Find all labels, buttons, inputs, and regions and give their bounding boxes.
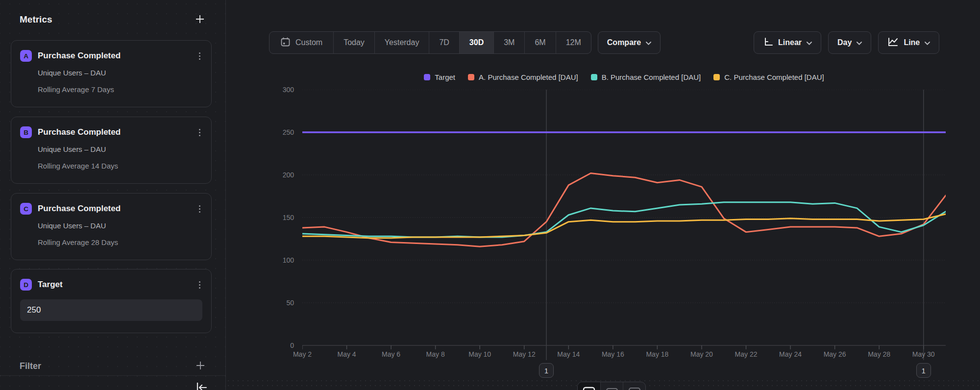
metric-card-c[interactable]: CPurchase CompletedUnique Users – DAURol… — [11, 193, 212, 260]
scale-label: Linear — [778, 38, 802, 47]
chart-size-small-button[interactable] — [623, 382, 645, 390]
x-axis-label: May 30 — [902, 350, 946, 359]
date-tab-3m[interactable]: 3M — [493, 32, 524, 53]
granularity-label: Day — [837, 38, 852, 47]
legend-label: Target — [435, 73, 455, 81]
chevron-down-icon — [807, 38, 812, 47]
legend-color-chip — [713, 74, 720, 80]
target-card-title: Target — [38, 280, 197, 290]
kebab-menu-icon[interactable] — [197, 279, 202, 291]
line-chart-icon — [887, 37, 899, 49]
kebab-menu-icon[interactable] — [197, 127, 202, 138]
annotation-badge[interactable]: 1 — [539, 363, 554, 378]
legend-item-0[interactable]: Target — [424, 72, 455, 82]
x-axis-label: May 4 — [325, 350, 369, 359]
large-chart-icon — [583, 387, 595, 390]
chart-size-control — [577, 382, 646, 390]
metric-card-title: Purchase Completed — [38, 127, 197, 137]
filter-section: Filter — [20, 359, 206, 373]
metric-card-measure: Unique Users – DAU — [38, 145, 202, 153]
chevron-down-icon — [857, 38, 862, 47]
linear-axis-icon — [763, 37, 773, 49]
chart-size-large-button[interactable] — [578, 382, 600, 390]
kebab-menu-icon[interactable] — [197, 50, 202, 62]
date-tab-label: 7D — [439, 38, 449, 47]
metric-card-a[interactable]: APurchase CompletedUnique Users – DAURol… — [11, 40, 212, 107]
x-axis-label: May 6 — [369, 350, 413, 359]
x-axis-label: May 10 — [458, 350, 502, 359]
date-tab-label: Today — [343, 38, 365, 47]
date-tab-30d[interactable]: 30D — [459, 32, 493, 53]
x-axis-label: May 14 — [546, 350, 590, 359]
metrics-title: Metrics — [20, 14, 52, 25]
date-tab-yesterday[interactable]: Yesterday — [374, 32, 429, 53]
date-tab-12m[interactable]: 12M — [556, 32, 591, 53]
date-tab-label: Yesterday — [385, 38, 419, 47]
legend-item-2[interactable]: B. Purchase Completed [DAU] — [591, 72, 701, 82]
chevron-down-icon — [646, 38, 651, 47]
compare-label: Compare — [607, 38, 641, 47]
chart-legend: TargetA. Purchase Completed [DAU]B. Purc… — [302, 72, 946, 82]
chart-size-medium-button[interactable] — [600, 382, 623, 390]
series-badge-b: B — [20, 126, 32, 138]
calendar-icon — [280, 37, 291, 49]
legend-label: A. Purchase Completed [DAU] — [479, 73, 578, 81]
metric-card-rolling: Rolling Average 28 Days — [38, 238, 202, 246]
date-range-toolbar: CustomTodayYesterday7D30D3M6M12M Compare — [269, 31, 661, 54]
small-chart-icon — [628, 387, 641, 390]
plus-icon — [195, 360, 206, 372]
metric-card-rolling: Rolling Average 7 Days — [38, 85, 202, 94]
compare-button[interactable]: Compare — [598, 31, 661, 54]
date-tab-today[interactable]: Today — [333, 32, 374, 53]
add-filter-button[interactable] — [195, 360, 206, 372]
series-badge-c: C — [20, 203, 32, 215]
series-badge-a: A — [20, 50, 32, 62]
target-card: D Target — [11, 269, 212, 333]
metric-card-title: Purchase Completed — [38, 204, 197, 214]
date-tab-label: Custom — [295, 38, 322, 47]
plus-icon — [194, 13, 206, 26]
y-axis-label-200: 200 — [260, 170, 294, 180]
x-axis-label: May 2 — [280, 350, 324, 359]
date-tab-label: 12M — [566, 38, 581, 47]
collapse-panel-icon — [195, 381, 208, 390]
collapse-sidebar-button[interactable] — [195, 381, 208, 390]
kebab-menu-icon[interactable] — [197, 203, 202, 215]
x-axis-label: May 24 — [768, 350, 812, 359]
y-axis-label-250: 250 — [260, 127, 294, 137]
legend-color-chip — [468, 74, 474, 80]
x-axis-label: May 22 — [724, 350, 768, 359]
metrics-header: Metrics — [20, 12, 206, 27]
date-tab-6m[interactable]: 6M — [524, 32, 555, 53]
add-metric-button[interactable] — [194, 13, 206, 26]
x-axis-label: May 12 — [502, 350, 546, 359]
legend-item-3[interactable]: C. Purchase Completed [DAU] — [713, 72, 824, 82]
metric-card-b[interactable]: BPurchase CompletedUnique Users – DAURol… — [11, 117, 212, 184]
chart-controls: Linear Day Line — [754, 31, 939, 54]
date-tab-label: 3M — [504, 38, 514, 47]
x-axis-label: May 28 — [857, 350, 901, 359]
date-tab-7d[interactable]: 7D — [429, 32, 459, 53]
scale-dropdown[interactable]: Linear — [754, 31, 821, 54]
chart-type-dropdown[interactable]: Line — [878, 31, 939, 54]
date-tab-custom[interactable]: Custom — [270, 32, 333, 53]
y-axis-label-300: 300 — [260, 85, 294, 95]
metric-card-measure: Unique Users – DAU — [38, 69, 202, 77]
legend-label: C. Purchase Completed [DAU] — [724, 73, 824, 81]
granularity-dropdown[interactable]: Day — [828, 31, 871, 54]
chevron-down-icon — [925, 38, 930, 47]
legend-color-chip — [591, 74, 597, 80]
series-line-1 — [302, 173, 946, 247]
y-axis-label-100: 100 — [260, 255, 294, 265]
x-axis-label: May 16 — [591, 350, 635, 359]
y-axis-label-0: 0 — [260, 341, 294, 350]
chart-type-label: Line — [904, 38, 920, 47]
legend-label: B. Purchase Completed [DAU] — [602, 73, 701, 81]
target-value-input[interactable] — [20, 299, 202, 321]
legend-item-1[interactable]: A. Purchase Completed [DAU] — [468, 72, 578, 82]
y-axis-label-50: 50 — [260, 298, 294, 308]
date-range-tab-group: CustomTodayYesterday7D30D3M6M12M — [269, 31, 591, 54]
annotation-badge[interactable]: 1 — [916, 363, 931, 378]
y-axis-label-150: 150 — [260, 213, 294, 222]
x-axis-label: May 26 — [813, 350, 857, 359]
